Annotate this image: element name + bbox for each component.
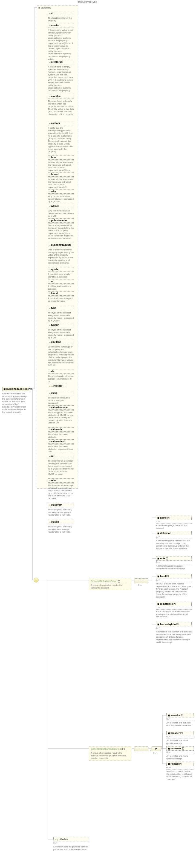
expand-toggle[interactable]: − [118,580,120,583]
attr-custom: =customIf set to true the corresponding … [48,121,74,153]
attr-desc: The type of the concept assigned as cont… [48,328,74,339]
attr-name: rel [51,455,54,458]
attr-desc: The directionality of textual content (e… [48,374,74,383]
attr-reluri: =reluriThe identifier of a concept defin… [48,478,74,500]
concept-rel-desc: A group of properties required to indica… [91,751,126,760]
expand-toggle[interactable]: + [166,557,168,559]
element-name: definition [160,532,171,534]
expand-toggle[interactable]: − [33,388,35,390]
element-desc: An identifier of a more specific concept… [166,754,194,760]
rel-choice: ⇄ [150,746,163,751]
attribute-icon: = [49,455,51,458]
expand-toggle[interactable]: + [182,747,184,749]
attr-validto: =validtoThe date (and, optionally, the t… [48,520,74,533]
attr-desc: A free-text value assigned as property v… [48,296,74,302]
any-other-name: ##other [60,838,68,841]
attr-desc: If the attribute is empty, specifies whi… [48,65,74,92]
attr-why: =whyWhy the metadata has been included -… [48,189,74,203]
root-element-name: publishedExtProperty [6,388,32,390]
attr-name: type [51,307,56,309]
cardinality: 0..∞ [156,536,192,538]
element-icon: ▣ [168,747,170,750]
cardinality: 0..∞ [166,751,194,753]
attribute-icon: = [49,479,51,482]
attr-name: howuri [51,173,60,176]
attribute-icon: = [49,173,51,176]
attr-desc: Indicates by which means the value was e… [48,160,74,172]
attribute-icon: = [49,324,51,327]
element-icon: ▣ [4,388,6,390]
element-desc: A natural language definition of the sem… [156,539,192,550]
element-icon: ▣ [157,557,160,560]
attr-name: valueunituri [51,440,65,443]
attribute-icon: = [49,370,51,373]
attr-desc: If set to true the corresponding propert… [48,126,74,153]
element-icon: ▣ [157,532,160,534]
expand-toggle[interactable]: + [179,763,182,765]
attribute-icon: = [49,392,51,394]
element-name: narrower [170,747,181,750]
attr-id: =idThe local identifier of the property. [48,11,74,22]
attribute-icon: = [49,219,51,222]
element-desc: A link to an item or a web resource whic… [156,609,192,618]
attr-uri: =uriA URI which identifies a concept. [48,279,74,290]
element-desc: A natural language name for the concept. [156,523,192,529]
attr-desc: If the property value is not defined, sp… [48,28,74,60]
attribute-icon: = [49,406,51,409]
attr-name: literal [51,292,58,295]
attr-valueunituri: =valueunituriThe unit of the value attri… [48,439,74,453]
attr-desc: The unit of the value attribute - expres… [48,444,74,453]
expand-toggle[interactable]: + [176,623,179,625]
attr-desc: Why the metadata has been included - exp… [48,194,74,203]
attr-name: modified [51,95,62,98]
rel-child-narrower: ▣narrower+0..∞An identifier of a more sp… [166,746,194,760]
attribute-icon: = [49,521,51,523]
element-icon: ▣ [157,517,160,519]
attr-desc: The unit of the value attribute. [48,432,74,438]
concept-definition-group: ConceptDefinitionGroup− A group of prope… [89,579,131,590]
cardinality: 0..∞ [156,607,192,609]
expand-toggle[interactable]: + [181,714,183,716]
element-icon: ▣ [157,623,160,626]
attr-name: validfrom [51,503,63,506]
attr-desc: The local identifier of the property. [48,16,74,22]
element-name: name [160,517,167,519]
attr-name: custom [51,122,60,125]
attribute-icon: = [49,190,51,193]
any-other-element: any ##other 0..∞ Extension point for pro… [53,837,89,851]
attr-name: id [51,12,53,14]
expand-toggle[interactable]: + [173,603,176,605]
expand-toggle[interactable]: + [181,732,183,734]
any-icon: any [55,838,58,841]
attr-howuri: =howuriIndicates by which means the valu… [48,172,74,188]
element-name: remoteInfo [160,602,173,605]
element-icon: ▣ [157,603,160,605]
expand-toggle[interactable]: + [166,575,169,577]
element-icon: ▣ [168,732,170,735]
attr-modified: =modifiedThe date (and, optionally, the … [48,94,74,116]
attribute-icon: = [49,24,51,27]
element-icon: ▣ [168,763,170,765]
expand-toggle[interactable]: − [122,748,124,750]
expand-toggle[interactable]: + [167,517,169,519]
attr-desc: The date (and, optionally, the time) whe… [48,99,74,116]
def-child-note: ▣note+0..∞Additional natural language in… [156,556,192,570]
attr-validfrom: =validfromThe date (and, optionally, the… [48,503,74,517]
attribute-icon: = [49,428,51,431]
element-name: sameAs [170,714,180,717]
attr-creator: =creatorIf the property value is not def… [48,23,74,60]
attribute-icon: = [49,268,51,271]
attribute-icon: = [49,205,51,207]
attr-name: creator [51,24,60,27]
attr-name: pubconstraint [51,219,68,222]
attribute-icon: = [49,156,51,159]
def-card: 0..∞ [138,584,142,586]
expand-toggle[interactable]: + [172,532,174,534]
cardinality: 0..∞ [156,627,192,629]
attr-name: dir [51,370,54,373]
rel-child-broader: ▣broader+0..∞An identifier of a more gen… [166,731,194,745]
attr-pubconstrainturi: =pubconstrainturiOne or many constraints… [48,243,74,265]
cardinality: 0..∞ [166,766,194,769]
attr-desc: The related value (see more in the spec … [48,396,74,405]
attr-name: why [51,190,56,193]
